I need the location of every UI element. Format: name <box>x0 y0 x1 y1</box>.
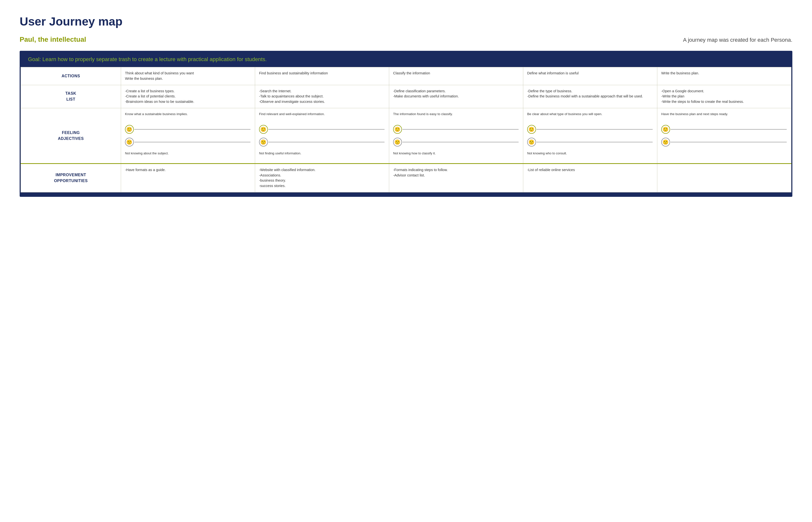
sad-emoji-4: 🙁 <box>527 138 536 146</box>
feeling-label: FEELINGADJECTIVES <box>21 108 121 163</box>
sad-emoji-2: 🙁 <box>259 138 268 146</box>
goal-row: Goal: Learn how to properly separate tra… <box>21 52 791 67</box>
emoji-sad-line-5: 🙁 <box>661 138 787 146</box>
emoji-happy-line-2: 🙂 <box>259 125 385 134</box>
feeling-bottom-3: Not knowing how to classify it. <box>393 151 436 160</box>
emoji-happy-line-5: 🙂 <box>661 125 787 134</box>
journey-table: ACTIONS Think about what kind of busines… <box>21 67 791 193</box>
emoji-happy-line-4: 🙂 <box>527 125 653 134</box>
feeling-top-5: Have the business plan and next steps re… <box>661 112 728 120</box>
emoji-sad-line-1: 🙁 <box>125 138 251 146</box>
happy-emoji-4: 🙂 <box>527 125 536 134</box>
happy-emoji-2: 🙂 <box>259 125 268 134</box>
improvement-cell-3: -Formats indicating steps to follow.-Adv… <box>389 163 523 192</box>
persona-description: A journey map was created for each Perso… <box>683 37 792 43</box>
emoji-happy-line-3: 🙂 <box>393 125 519 134</box>
goal-text: Goal: Learn how to properly separate tra… <box>28 56 267 62</box>
feeling-top-3: The information found is easy to classif… <box>393 112 453 120</box>
feeling-row: FEELINGADJECTIVES Know what a sustainabl… <box>21 108 791 163</box>
feeling-top-4: Be clear about what type of business you… <box>527 112 602 120</box>
improvement-row: IMPROVEMENTOPPORTUNITIES -Have formats a… <box>21 163 791 192</box>
feeling-bottom-2: Not finding useful information. <box>259 151 301 160</box>
task-cell-5: -Open a Google document.-Write the plan-… <box>657 85 791 108</box>
bottom-bar <box>21 193 791 196</box>
task-cell-3: -Define classification parameters.-Make … <box>389 85 523 108</box>
action-cell-1: Think about what kind of business you wa… <box>121 67 255 85</box>
feeling-top-2: Find relevant and well-explained informa… <box>259 112 325 120</box>
emoji-happy-line-1: 🙂 <box>125 125 251 134</box>
sad-emoji-3: 🙁 <box>393 138 402 146</box>
happy-emoji-3: 🙂 <box>393 125 402 134</box>
action-cell-3: Classify the information <box>389 67 523 85</box>
emoji-sad-line-2: 🙁 <box>259 138 385 146</box>
improvement-cell-5 <box>657 163 791 192</box>
feeling-bottom-1: Not knowing about the subject. <box>125 151 169 160</box>
action-cell-2: Find business and sustainability informa… <box>255 67 389 85</box>
persona-name: Paul, the intellectual <box>20 36 86 43</box>
feeling-bottom-4: Not knowing who to consult. <box>527 151 567 160</box>
actions-label: ACTIONS <box>21 67 121 85</box>
task-row: TASKLIST -Create a list of business type… <box>21 85 791 108</box>
task-cell-1: -Create a list of business types.-Create… <box>121 85 255 108</box>
feeling-cell-3: The information found is easy to classif… <box>389 108 523 163</box>
improvement-label: IMPROVEMENTOPPORTUNITIES <box>21 163 121 192</box>
task-cell-4: -Define the type of business.-Define the… <box>523 85 657 108</box>
task-cell-2: -Search the Internet.-Talk to acquaintan… <box>255 85 389 108</box>
feeling-cell-4: Be clear about what type of business you… <box>523 108 657 163</box>
action-cell-4: Define what information is useful <box>523 67 657 85</box>
journey-map: Goal: Learn how to properly separate tra… <box>20 51 792 197</box>
page-title: User Journey map <box>20 15 792 28</box>
sad-emoji-1: 🙁 <box>125 138 134 146</box>
feeling-top-1: Know what a sustainable business implies… <box>125 112 188 120</box>
emoji-sad-line-3: 🙁 <box>393 138 519 146</box>
actions-row: ACTIONS Think about what kind of busines… <box>21 67 791 85</box>
improvement-cell-4: -List of reliable online services <box>523 163 657 192</box>
feeling-cell-5: Have the business plan and next steps re… <box>657 108 791 163</box>
task-label: TASKLIST <box>21 85 121 108</box>
feeling-cell-2: Find relevant and well-explained informa… <box>255 108 389 163</box>
action-cell-5: Write the business plan. <box>657 67 791 85</box>
feeling-cell-1: Know what a sustainable business implies… <box>121 108 255 163</box>
happy-emoji-5: 🙂 <box>661 125 670 134</box>
improvement-cell-2: -Website with classified information.-As… <box>255 163 389 192</box>
happy-emoji-1: 🙂 <box>125 125 134 134</box>
improvement-cell-1: -Have formats as a guide. <box>121 163 255 192</box>
emoji-sad-line-4: 🙁 <box>527 138 653 146</box>
sad-emoji-5: 🙁 <box>661 138 670 146</box>
